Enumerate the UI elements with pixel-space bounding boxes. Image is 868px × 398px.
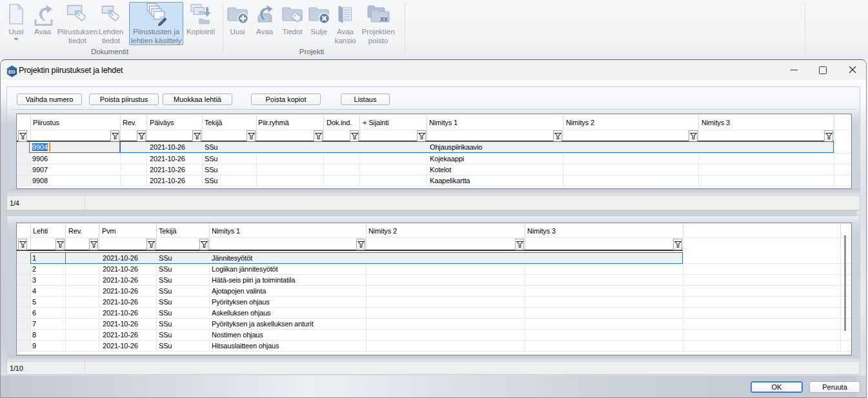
svg-text:ED: ED bbox=[8, 69, 15, 75]
svg-text:xx: xx bbox=[380, 15, 389, 23]
